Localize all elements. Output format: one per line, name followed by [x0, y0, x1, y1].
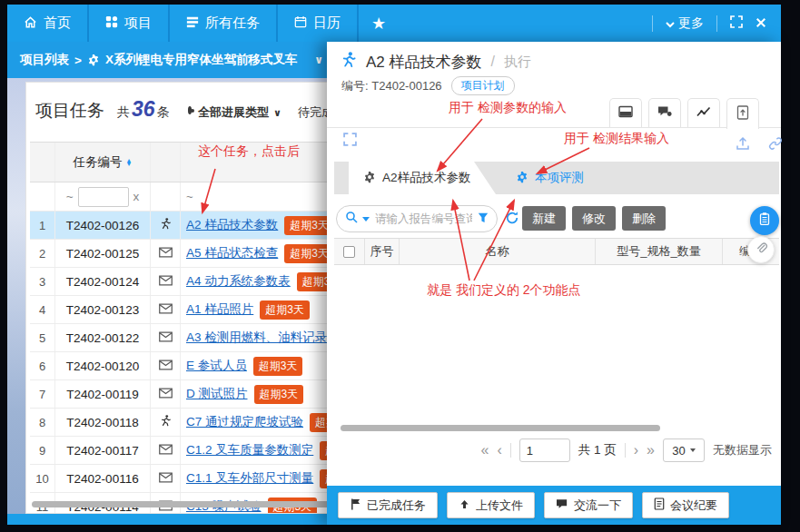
task-link[interactable]: A2 样品技术参数 [186, 217, 278, 233]
chat-button[interactable]: 交流一下 [544, 492, 633, 518]
filter-funnel-icon[interactable] [478, 211, 489, 227]
gear-icon [363, 171, 376, 186]
table-row[interactable]: 4 T2402-00123 A1 样品照片 超期3天 [30, 296, 333, 324]
report-list-button[interactable] [750, 206, 779, 235]
task-link[interactable]: A3 检测用燃料、油料记录 [186, 330, 327, 346]
task-link[interactable]: A5 样品状态检查 [186, 245, 278, 261]
page-size-select[interactable]: 30 [663, 438, 705, 462]
detail-code-row: 编号: T2402-00126 项目计划 [341, 76, 515, 95]
progress-type-filter[interactable]: 全部进展类型 [198, 104, 269, 121]
next-page-button[interactable]: › [634, 443, 638, 458]
task-number-filter-input[interactable] [78, 187, 129, 207]
document-icon [654, 498, 665, 513]
task-code: T2402-00126 [371, 79, 441, 93]
running-person-icon [159, 217, 172, 233]
search-input[interactable] [373, 212, 474, 226]
clear-filter[interactable]: x [133, 190, 140, 203]
fullscreen-icon[interactable] [730, 15, 743, 32]
tab-evaluation[interactable]: 本项评测 [516, 162, 584, 194]
upload-icon[interactable] [736, 136, 750, 154]
results-table-header: 序号 名称 型号_规格_数量 编号 [334, 238, 779, 265]
refresh-icon[interactable] [505, 211, 519, 229]
upload-file-button[interactable]: 上传文件 [447, 492, 535, 518]
overdue-badge: 超期3天 [253, 357, 303, 376]
phase-label: 执行 [504, 54, 531, 71]
meeting-minutes-button[interactable]: 会议纪要 [642, 492, 729, 518]
more-menu[interactable]: 更多 [666, 15, 704, 32]
task-link[interactable]: C7 通过规定爬坡试验 [186, 414, 303, 430]
chat-icon [657, 105, 672, 122]
radio-icon[interactable] [188, 106, 192, 114]
breadcrumb-project[interactable]: X系列锂电专用窄体坐驾前移式叉车 [105, 52, 298, 68]
task-link[interactable]: A1 样品照片 [186, 301, 253, 318]
mail-icon [159, 472, 173, 486]
nav-item-calendar[interactable]: 日历 [278, 5, 359, 42]
page-number-input[interactable] [519, 438, 570, 462]
col-task-number[interactable]: 任务编号 ▲▼ [55, 143, 151, 182]
close-icon[interactable] [756, 15, 766, 32]
running-person-icon [159, 414, 172, 430]
chat-icon [556, 498, 568, 512]
table-row[interactable]: 1 T2402-00126 A2 样品技术参数 超期3天 [30, 212, 333, 240]
nav-item-home[interactable]: 首页 [7, 5, 89, 42]
chevron-down-icon [690, 448, 696, 452]
sort-icon[interactable]: ▲▼ [126, 159, 133, 166]
tab-detail-view[interactable] [609, 98, 642, 127]
expand-icon[interactable] [343, 133, 357, 150]
select-all-checkbox[interactable] [343, 246, 355, 258]
tab-tech-params[interactable]: A2样品技术参数 [349, 162, 496, 194]
edit-button[interactable]: 修改 [572, 206, 616, 231]
breadcrumb-root[interactable]: 项目列表 [20, 52, 69, 68]
horizontal-scrollbar[interactable] [341, 425, 660, 431]
link-icon[interactable] [768, 136, 783, 154]
task-link[interactable]: E 参试人员 [186, 358, 247, 374]
table-row[interactable]: 5 T2402-00122 A3 检测用燃料、油料记录 超期3天 [30, 324, 333, 352]
chevron-down-icon[interactable]: ∨ [314, 54, 323, 66]
col-seq[interactable]: 序号 [365, 239, 400, 264]
first-page-button[interactable]: « [481, 443, 489, 458]
detail-footer-bar: 已完成任务 上传文件 交流一下 会议纪要 [327, 486, 781, 525]
chevron-down-icon [666, 16, 675, 31]
tab-documents[interactable] [726, 98, 759, 129]
chevron-down-icon[interactable] [362, 217, 370, 222]
flag-icon [350, 498, 361, 513]
annotation-features: 就是 我们定义的 2个功能点 [427, 282, 581, 299]
completed-task-button[interactable]: 已完成任务 [338, 492, 438, 518]
last-page-button[interactable]: » [647, 443, 655, 458]
new-button[interactable]: 新建 [522, 206, 566, 231]
tab-comments[interactable] [648, 98, 681, 127]
nav-item-all-tasks[interactable]: 所有任务 [170, 5, 278, 42]
page-title: 项目任务 [35, 99, 104, 123]
prev-page-button[interactable]: ‹ [497, 443, 501, 458]
nav-item-projects[interactable]: 项目 [89, 5, 170, 42]
mail-icon [159, 388, 173, 401]
annotation-click-task: 这个任务，点击后 [198, 143, 300, 160]
task-link[interactable]: C1.2 叉车质量参数测定 [186, 442, 313, 458]
attachment-button[interactable] [747, 236, 775, 263]
overdue-badge: 超期3天 [254, 385, 304, 404]
col-model[interactable]: 型号_规格_数量 [596, 239, 723, 264]
col-name[interactable]: 名称 [400, 239, 596, 264]
grid-icon [105, 15, 118, 31]
task-link[interactable]: D 测试照片 [186, 386, 248, 402]
table-row[interactable]: 9 T2402-00117 C1.2 叉车质量参数测定 超期3天 [30, 437, 333, 465]
favorite-star-icon[interactable]: ★ [359, 5, 652, 42]
table-row[interactable]: 8 T2402-00118 C7 通过规定爬坡试验 超期3天 [30, 409, 333, 437]
gear-icon [516, 171, 528, 186]
mail-icon [159, 275, 173, 289]
horizontal-scrollbar[interactable] [32, 501, 331, 507]
chevron-down-icon[interactable]: ∨ [273, 107, 281, 119]
table-row[interactable]: 10 T2402-00116 C1.1 叉车外部尺寸测量 超期3天 [30, 465, 333, 493]
task-link[interactable]: C1.1 叉车外部尺寸测量 [186, 470, 313, 487]
tab-progress[interactable] [687, 98, 720, 127]
table-row[interactable]: 7 T2402-00119 D 测试照片 超期3天 [30, 380, 333, 409]
task-link[interactable]: A4 动力系统参数表 [186, 273, 291, 290]
table-row[interactable]: 3 T2402-00124 A4 动力系统参数表 超期3天 [30, 268, 333, 296]
delete-button[interactable]: 删除 [622, 206, 666, 231]
table-row[interactable]: 6 T2402-00120 E 参试人员 超期3天 [30, 352, 333, 380]
table-row[interactable]: 2 T2402-00125 A5 样品状态检查 超期3天 [30, 240, 333, 268]
running-person-icon [340, 51, 357, 73]
content-tabstrip: A2样品技术参数 本项评测 [334, 162, 779, 194]
breadcrumb: 项目列表 > X系列锂电专用窄体坐驾前移式叉车 ∨ [7, 42, 327, 78]
search-icon [345, 211, 359, 228]
